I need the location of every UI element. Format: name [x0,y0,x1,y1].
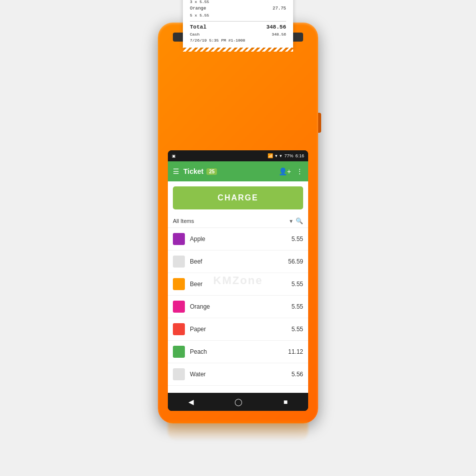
printer-section: Paper4 x 5.55 22.20 Beef4 x 56.59 226.36… [168,30,308,140]
header-actions: 👤+ ⋮ [279,167,303,175]
charge-button[interactable]: CHARGE [173,186,303,209]
dropdown-icon[interactable]: ▼ [289,218,294,224]
nav-bar: ◀ ◯ ■ [168,393,308,411]
search-icon[interactable]: 🔍 [296,217,303,224]
receipt-item-row: Orange5 x 5.55 27.75 [190,6,286,19]
item-price: 11.12 [288,348,303,355]
header-title-area: Ticket 25 [183,167,275,175]
item-price: 5.55 [292,303,303,310]
wifi-icon: ▾ [275,153,278,158]
receipt-total-value: 348.56 [266,23,286,32]
receipt-item-name: Orange5 x 5.55 [190,6,266,19]
item-price: 5.55 [292,235,303,243]
receipt-item-price: 27.75 [266,6,286,19]
status-left: ▣ [172,154,176,158]
item-price: 5.56 [292,371,303,378]
items-list: Apple 5.55 Beef 56.59 Beer 5.55 Orange 5… [168,228,308,393]
receipt-footer-row: 7/26/19 5:35 PM #1-1008 [190,38,286,44]
device-reflection [168,421,308,441]
list-item[interactable]: Orange 5.55 [168,296,308,318]
app-content: CHARGE All Items ▼ 🔍 Apple 5.55 Beef 56.… [168,181,308,393]
recents-button[interactable]: ■ [284,398,288,406]
item-name: Beer [190,281,287,288]
item-name: Orange [190,303,287,310]
item-color-swatch [173,323,185,335]
battery-level: 77% [284,153,293,158]
app-header: ☰ Ticket 25 👤+ ⋮ [168,161,308,181]
bluetooth-icon: 📶 [268,153,273,158]
status-bar: ▣ 📶 ▾ ▾ 77% 6:16 [168,150,308,161]
item-color-swatch [173,233,185,245]
item-price: 5.55 [292,326,303,333]
screen-icon: ▣ [172,154,176,158]
screen: KMZone ▣ 📶 ▾ ▾ 77% 6:16 ☰ Ticket [168,150,308,411]
item-color-swatch [173,346,185,358]
list-item[interactable]: Peach 11.12 [168,341,308,363]
receipt-cash-value: 348.56 [266,32,286,38]
more-options-icon[interactable]: ⋮ [296,167,303,175]
receipt-total-row: Total 348.56 [190,21,286,32]
item-name: Apple [190,235,287,243]
item-name: Peach [190,348,283,355]
item-name: Water [190,371,287,378]
item-color-swatch [173,368,185,380]
receipt-cash-label: Cash [190,32,266,38]
receipt-total-label: Total [190,23,266,32]
clock-time: 6:16 [295,153,304,158]
filter-label: All Items [173,218,287,224]
item-price: 5.55 [292,281,303,288]
receipt-item-name: Beer3 x 5.55 [190,0,266,6]
list-item[interactable]: Beef 56.59 [168,251,308,273]
device-wrapper: Paper4 x 5.55 22.20 Beef4 x 56.59 226.36… [153,23,323,453]
item-name: Beef [190,258,283,265]
list-item[interactable]: Paper 5.55 [168,318,308,341]
receipt-item-row: Beer3 x 5.55 16.65 [190,0,286,6]
item-price: 56.59 [288,258,303,265]
item-name: Paper [190,326,287,333]
receipt-item-price: 16.65 [266,0,286,6]
item-color-swatch [173,256,185,268]
ticket-title: Ticket [183,167,203,175]
ticket-badge: 25 [206,168,217,175]
item-color-swatch [173,278,185,290]
receipt-cash-row: Cash 348.56 [190,32,286,38]
status-right: 📶 ▾ ▾ 77% 6:16 [268,153,304,158]
item-color-swatch [173,301,185,313]
signal-icon: ▾ [280,153,282,158]
back-button[interactable]: ◀ [188,398,194,406]
receipt-footer: 7/26/19 5:35 PM #1-1008 [190,38,245,44]
list-item[interactable]: Apple 5.55 [168,228,308,251]
list-item[interactable]: Water 5.56 [168,363,308,386]
filter-bar: All Items ▼ 🔍 [168,214,308,228]
receipt-paper: Paper4 x 5.55 22.20 Beef4 x 56.59 226.36… [183,0,293,48]
list-item[interactable]: Beer 5.55 [168,273,308,296]
device-body: Paper4 x 5.55 22.20 Beef4 x 56.59 226.36… [158,23,318,423]
add-person-icon[interactable]: 👤+ [279,167,291,175]
hamburger-menu[interactable]: ☰ [173,167,179,175]
side-button [318,113,321,133]
home-button[interactable]: ◯ [234,398,243,406]
